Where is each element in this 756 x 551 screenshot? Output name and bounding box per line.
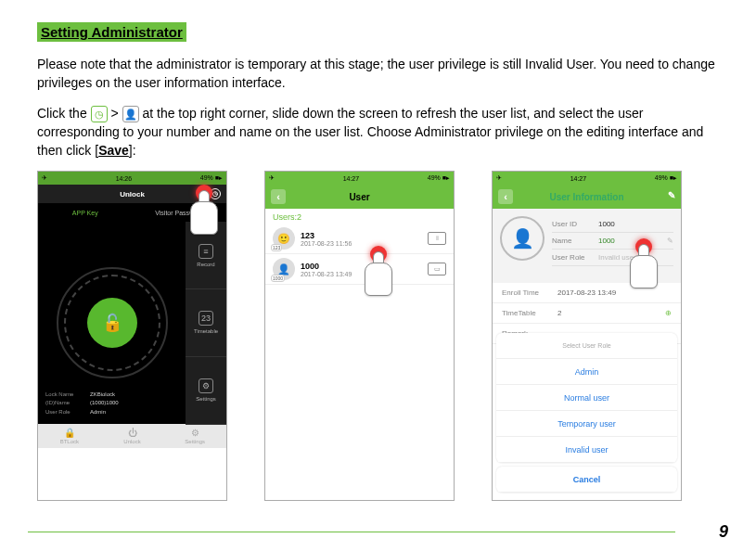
record-icon: ≡ xyxy=(199,244,213,259)
card-icon: ⦀ xyxy=(428,232,446,245)
status-time: 14:27 xyxy=(570,175,587,182)
section-heading: Setting Administrator xyxy=(37,22,186,42)
statusbar: ✈ 14:27 49% ■▸ xyxy=(265,172,454,185)
save-text: Save xyxy=(98,143,129,158)
back-button[interactable]: ‹ xyxy=(271,189,286,204)
lock-info: Lock NameZKBiolock (ID)Name(1000)1000 Us… xyxy=(45,391,119,417)
nav-bar: ‹ User Information ✎ xyxy=(493,185,681,209)
avatar: 👤1000 xyxy=(273,258,295,280)
nav-unlock[interactable]: ⏻Unlock xyxy=(101,424,164,448)
hand-pointer xyxy=(362,250,395,296)
clock-add-icon[interactable]: ⊕ xyxy=(665,309,672,317)
cancel-button[interactable]: Cancel xyxy=(496,467,677,493)
screenshot-user-list: ✈ 14:27 49% ■▸ ‹ User Users:2 🙂123 12320… xyxy=(264,171,455,501)
user-icon: 👤 xyxy=(122,106,139,122)
page-footer: 9 xyxy=(28,522,728,542)
role-option-invalid[interactable]: Invalid user xyxy=(496,437,677,463)
nav-bar: ‹ User xyxy=(265,185,454,209)
lock-icon: 🔓 xyxy=(87,298,137,348)
user-name-value: 1000 xyxy=(598,237,615,245)
plane-icon: ✈ xyxy=(269,174,275,182)
statusbar: ✈ 14:26 49% ■▸ xyxy=(38,172,226,185)
role-option-temporary[interactable]: Temporary user xyxy=(496,411,677,437)
intro-paragraph: Please note that the administrator is te… xyxy=(37,55,719,93)
status-batt: 49% ■▸ xyxy=(200,174,223,182)
plane-icon: ✈ xyxy=(496,174,502,182)
screenshot-user-info: ✈ 14:27 49% ■▸ ‹ User Information ✎ 👤 Us… xyxy=(492,171,682,501)
pencil-icon[interactable]: ✎ xyxy=(667,237,673,245)
unlock-dial[interactable]: 🔓 Lock NameZKBiolock (ID)Name(1000)1000 … xyxy=(38,222,186,424)
sidebar-item-settings[interactable]: ⚙Settings xyxy=(186,357,226,425)
timetable-value: 2 xyxy=(557,309,561,317)
lock-icon: 🔒 xyxy=(64,428,75,438)
clock-icon: ◷ xyxy=(91,106,108,122)
nav-title: User Information xyxy=(549,192,623,202)
sheet-title: Select User Role xyxy=(496,333,677,359)
sidebar-item-timetable[interactable]: 23Timetable xyxy=(186,289,226,357)
tab-app-key[interactable]: APP Key xyxy=(38,203,133,222)
role-option-admin[interactable]: Admin xyxy=(496,359,677,385)
hand-pointer xyxy=(627,242,660,288)
status-batt: 49% ■▸ xyxy=(428,174,450,182)
plane-icon: ✈ xyxy=(42,174,47,182)
gear-icon: ⚙ xyxy=(199,378,213,393)
avatar: 👤 xyxy=(500,216,545,261)
action-sheet: Select User Role Admin Normal user Tempo… xyxy=(496,333,677,496)
status-batt: 49% ■▸ xyxy=(655,174,677,182)
gear-icon: ⚙ xyxy=(191,428,199,438)
user-count: Users:2 xyxy=(265,209,454,224)
user-id-value: 1000 xyxy=(598,220,615,228)
text: ]: xyxy=(129,143,136,158)
text: > xyxy=(110,106,122,121)
page-number: 9 xyxy=(719,522,728,542)
calendar-icon: 23 xyxy=(199,311,213,326)
edit-icon[interactable]: ✎ xyxy=(668,190,675,200)
nav-title: User xyxy=(349,192,369,202)
instruction-paragraph: Click the ◷ > 👤 at the top right corner,… xyxy=(37,104,719,160)
unlock-icon: ⏻ xyxy=(128,428,137,438)
role-option-normal[interactable]: Normal user xyxy=(496,385,677,411)
bottom-nav: 🔒BTLock ⏻Unlock ⚙Settings xyxy=(38,424,226,448)
screenshot-unlock: ✈ 14:26 49% ■▸ Unlock ◷ APP Key Visitor … xyxy=(37,171,227,501)
statusbar: ✈ 14:27 49% ■▸ xyxy=(493,172,681,185)
enroll-time-value: 2017-08-23 13:49 xyxy=(557,288,616,297)
text: Click the xyxy=(37,106,91,121)
avatar: 🙂123 xyxy=(273,227,295,250)
phone-icon: ▭ xyxy=(428,263,446,276)
status-time: 14:26 xyxy=(116,175,133,182)
hand-pointer xyxy=(187,188,221,235)
status-time: 14:27 xyxy=(343,175,360,182)
back-button[interactable]: ‹ xyxy=(498,189,513,204)
list-item[interactable]: 👤1000 10002017-08-23 13:49 ▭ xyxy=(265,254,454,285)
user-date: 2017-08-23 11:56 xyxy=(301,240,422,247)
nav-settings[interactable]: ⚙Settings xyxy=(163,424,226,448)
user-name: 123 xyxy=(301,231,422,240)
nav-btlock[interactable]: 🔒BTLock xyxy=(38,424,101,448)
list-item[interactable]: 🙂123 1232017-08-23 11:56 ⦀ xyxy=(265,224,454,254)
